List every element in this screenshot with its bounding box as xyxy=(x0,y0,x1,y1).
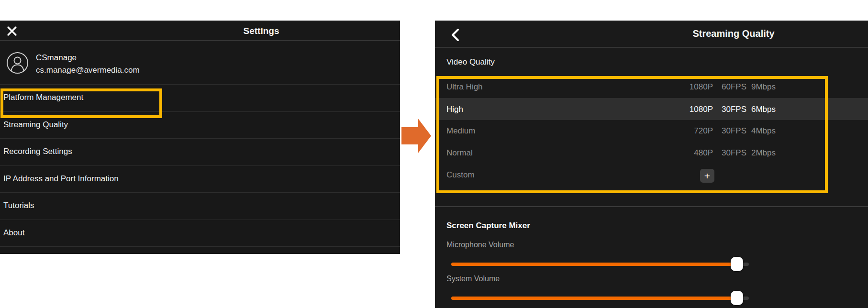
quality-option-label: Ultra High xyxy=(446,82,483,92)
person-circle-icon xyxy=(6,52,29,74)
quality-option-ultra-high[interactable]: Ultra High1080P60FPS9Mbps xyxy=(435,76,868,98)
slider-group-microphone-volume: Microphone Volume xyxy=(435,238,868,272)
tutorial-canvas: Settings CSmanage cs.manage@avermedia.co… xyxy=(0,0,868,308)
sidebar-item-platform-management[interactable]: Platform Management xyxy=(0,85,400,112)
account-name: CSmanage xyxy=(36,53,77,63)
slider-track[interactable] xyxy=(451,297,749,300)
slider-fill xyxy=(451,297,737,300)
sidebar-item-about[interactable]: About xyxy=(0,220,400,247)
quality-bitrate: 6Mbps xyxy=(751,105,776,114)
quality-framerate: 30FPS xyxy=(722,148,746,158)
settings-title: Settings xyxy=(244,26,279,36)
sidebar-item-label: IP Address and Port Information xyxy=(3,174,119,183)
sidebar-item-label: Recording Settings xyxy=(3,147,72,156)
system-volume-slider[interactable] xyxy=(451,291,749,305)
quality-resolution: 1080P xyxy=(675,105,713,114)
quality-option-custom[interactable]: Custom+ xyxy=(435,164,868,189)
video-quality-list: Ultra High1080P60FPS9MbpsHigh1080P30FPS6… xyxy=(435,76,868,189)
arrow-right-icon xyxy=(401,119,431,153)
slider-track[interactable] xyxy=(451,263,749,266)
quality-option-medium[interactable]: Medium720P30FPS4Mbps xyxy=(435,120,868,142)
quality-option-normal[interactable]: Normal480P30FPS2Mbps xyxy=(435,142,868,164)
streaming-quality-title: Streaming Quality xyxy=(692,28,774,39)
sidebar-item-label: Streaming Quality xyxy=(3,120,68,129)
slider-thumb[interactable] xyxy=(731,291,743,305)
close-icon[interactable] xyxy=(6,25,18,37)
settings-header: Settings xyxy=(0,21,400,41)
sidebar-item-recording-settings[interactable]: Recording Settings xyxy=(0,139,400,166)
chevron-left-icon[interactable] xyxy=(449,28,462,42)
quality-option-label: High xyxy=(446,105,463,114)
slider-fill xyxy=(451,263,737,266)
screen-capture-mixer-title: Screen Capture Mixer xyxy=(446,221,530,231)
streaming-quality-screen: Streaming Quality Video Quality Ultra Hi… xyxy=(435,21,868,308)
quality-bitrate: 2Mbps xyxy=(751,148,776,158)
sidebar-item-label: Tutorials xyxy=(3,201,34,210)
add-custom-quality-button[interactable]: + xyxy=(700,169,714,183)
slider-label: System Volume xyxy=(446,275,500,283)
quality-framerate: 60FPS xyxy=(722,82,746,92)
section-divider xyxy=(435,206,868,207)
mixer-sliders: Microphone VolumeSystem Volume xyxy=(435,238,868,306)
video-quality-section-label: Video Quality xyxy=(446,57,495,67)
account-email: cs.manage@avermedia.com xyxy=(36,66,140,75)
sidebar-item-label: Platform Management xyxy=(3,93,83,102)
settings-footer-strip xyxy=(0,247,400,253)
slider-thumb[interactable] xyxy=(731,257,743,271)
quality-option-high[interactable]: High1080P30FPS6Mbps xyxy=(435,98,868,120)
quality-option-label: Medium xyxy=(446,126,475,136)
sidebar-item-ip-address-and-port-information[interactable]: IP Address and Port Information xyxy=(0,166,400,193)
quality-resolution: 1080P xyxy=(675,82,713,92)
quality-option-label: Custom xyxy=(446,170,475,180)
settings-screen: Settings CSmanage cs.manage@avermedia.co… xyxy=(0,21,400,254)
quality-bitrate: 9Mbps xyxy=(751,82,776,92)
quality-framerate: 30FPS xyxy=(722,126,746,136)
microphone-volume-slider[interactable] xyxy=(451,257,749,271)
settings-menu: Platform ManagementStreaming QualityReco… xyxy=(0,85,400,253)
account-row[interactable]: CSmanage cs.manage@avermedia.com xyxy=(0,41,400,85)
sidebar-item-tutorials[interactable]: Tutorials xyxy=(0,193,400,220)
quality-option-label: Normal xyxy=(446,148,473,158)
quality-bitrate: 4Mbps xyxy=(751,126,776,136)
streaming-quality-header: Streaming Quality xyxy=(435,21,868,48)
quality-resolution: 480P xyxy=(675,148,713,158)
quality-framerate: 30FPS xyxy=(722,105,746,114)
slider-group-system-volume: System Volume xyxy=(435,272,868,306)
sidebar-item-label: About xyxy=(3,228,24,237)
quality-resolution: 720P xyxy=(675,126,713,136)
sidebar-item-streaming-quality[interactable]: Streaming Quality xyxy=(0,112,400,139)
slider-label: Microphone Volume xyxy=(446,241,514,249)
